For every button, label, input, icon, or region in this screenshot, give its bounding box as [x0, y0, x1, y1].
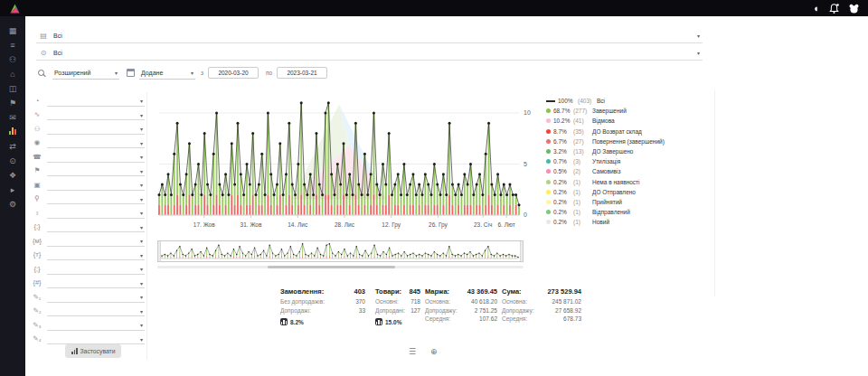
stat-title-label: Замовлення: [280, 287, 324, 296]
svg-text:17. Жов: 17. Жов [193, 221, 215, 228]
stats-icon[interactable] [0, 125, 25, 139]
integrations-icon[interactable]: ⇄ [0, 139, 25, 154]
filter-sidebar: ◔▾∿▾⚇▾◉▾☎▾⚑▾▣▾⚲▾♁▾{;}▾{м}▾{т}▾{;}▾{#}▾✎₁… [29, 92, 146, 344]
tag-filter-icon: ⚑ [31, 165, 43, 176]
legend-item[interactable]: 0.5%(2)Самовивіз [546, 166, 714, 176]
note-2-filter-select[interactable]: ▾ [47, 306, 145, 316]
video-icon[interactable]: ▸ [0, 183, 25, 197]
date-to-input[interactable]: 2023-03-21 [277, 67, 327, 79]
legend-item[interactable]: 3.2%(13)ДО Завершено [546, 146, 714, 156]
chart-scrollbar[interactable] [157, 266, 524, 268]
orders-chart-canvas[interactable]: 051017. Жов31. Жов14. Лис28. Лис12. Гру2… [157, 92, 537, 246]
apply-filters-button[interactable]: Застосувати [65, 344, 121, 358]
client-filter-icon: ◉ [31, 137, 43, 148]
tags-icon[interactable]: ⚑ [0, 96, 25, 110]
legend-item[interactable]: 0.2%(1)Новий [546, 217, 714, 227]
stat-row-value: 33 [359, 307, 365, 316]
date-field-select[interactable]: Додане ▾ [139, 67, 195, 80]
range-brush-chart[interactable] [157, 240, 524, 262]
products-icon[interactable]: ◫ [0, 81, 25, 96]
custom-field-1-filter-select[interactable]: ▾ [47, 222, 145, 232]
type-filter-select[interactable]: ⊙ Всі ▾ [36, 46, 703, 61]
stat-badge-value: 15.0% [385, 319, 401, 325]
legend-item[interactable]: 8.7%(35)ДО Возврат склад [546, 127, 714, 136]
legend-item[interactable]: 0.2%(1)Прийнятий [546, 197, 714, 207]
search-mode-select[interactable]: Розширений ▾ [52, 67, 119, 80]
stat-row-value: 40 618.20 [471, 298, 497, 307]
date-from-input[interactable]: 2020-03-20 [208, 67, 259, 79]
custom-field-5-filter: {#}▾ [29, 275, 146, 289]
legend-item[interactable]: 100%(403)Всі [546, 96, 714, 106]
client-filter-select[interactable]: ▾ [47, 138, 145, 148]
svg-text:6. Лют: 6. Лют [497, 221, 514, 228]
source-filter-select[interactable]: ▾ [47, 97, 145, 107]
legend-item[interactable]: 0.2%(1)Відправлений [546, 207, 714, 217]
legend-label: ДО Возврат склад [592, 128, 642, 135]
home-icon[interactable]: ⌂ [0, 67, 25, 81]
tag-filter-select[interactable]: ▾ [47, 166, 145, 176]
stat-title-value: 403 [354, 287, 365, 296]
custom-field-3-filter-select[interactable]: ▾ [47, 250, 145, 260]
stat-title-label: Сума: [502, 287, 522, 296]
chevron-down-icon: ▾ [140, 294, 143, 300]
map-view-icon[interactable]: ⊕ [430, 347, 438, 356]
stat-row-value: 2 751.25 [475, 307, 497, 316]
stat-column: Маржа:43 369.45Основна:40 618.20Допродаж… [425, 287, 497, 324]
info-icon[interactable]: ⊙ [0, 154, 25, 168]
managers-filter-select[interactable]: ▾ [47, 125, 145, 135]
stock-filter-select[interactable]: ▾ [47, 181, 145, 191]
note-1-filter: ✎₁▾ [29, 288, 146, 303]
location-filter-icon: ⚲ [31, 193, 43, 204]
stat-row-label: Допродані: [375, 307, 405, 316]
custom-field-5-filter-select[interactable]: ▾ [47, 278, 145, 288]
note-4-filter-select[interactable]: ▾ [47, 334, 145, 344]
legend-item[interactable]: 0.7%(3)Утилізація [546, 156, 714, 166]
chevron-down-icon: ▾ [140, 322, 143, 328]
view-toggles: ☰⊕ [409, 347, 438, 356]
mail-icon[interactable]: ✉ [0, 110, 25, 125]
custom-field-2-filter-select[interactable]: ▾ [47, 237, 145, 247]
note-1-filter-select[interactable]: ▾ [47, 293, 145, 303]
date-from-label: з [201, 70, 203, 76]
orders-icon[interactable]: ≡ [0, 38, 25, 52]
legend-item[interactable]: 0.2%(1)ДО Отправлено [546, 187, 714, 197]
settings-icon[interactable]: ⚙ [0, 197, 25, 212]
legend-item[interactable]: 0.2%(1)Нема в наявності [546, 177, 714, 187]
phone-filter-select[interactable]: ▾ [47, 153, 145, 163]
list-view-icon[interactable]: ☰ [409, 347, 416, 356]
notifications-icon[interactable] [828, 3, 840, 14]
status-filter-select[interactable]: ▤ Всі ▾ [36, 29, 703, 43]
location-filter-select[interactable]: ▾ [47, 194, 145, 204]
legend-item[interactable]: 68.7%(277)Завершений [546, 106, 714, 116]
scrollbar-handle[interactable] [268, 266, 396, 268]
custom-field-3-filter: {т}▾ [29, 247, 146, 261]
app-logo[interactable] [8, 3, 22, 14]
theme-toggle-icon[interactable]: ◐ [814, 3, 820, 14]
legend-dot-swatch [546, 159, 551, 164]
search-icon[interactable] [38, 70, 44, 76]
status-chart-filter-select[interactable]: ▾ [47, 110, 145, 120]
legend-count: (1) [573, 219, 590, 225]
chart-legend: 100%(403)Всі68.7%(277)Завершений10.2%(41… [546, 96, 714, 227]
legend-percent: 6.7% [553, 138, 571, 145]
assistant-icon[interactable] [848, 3, 860, 14]
svg-text:28. Лис: 28. Лис [335, 221, 355, 228]
apps-icon[interactable]: ❖ [0, 168, 25, 183]
stat-badge: 8.2% [280, 318, 365, 325]
note-3-filter-select[interactable]: ▾ [47, 321, 145, 331]
legend-percent: 100% [558, 98, 575, 104]
svg-text:5: 5 [524, 161, 527, 167]
stat-title: Сума:273 529.94 [502, 287, 581, 296]
custom-field-4-filter-select[interactable]: ▾ [47, 265, 145, 275]
legend-item[interactable]: 6.7%(27)Повернення (завершений) [546, 136, 714, 146]
dashboard-icon[interactable]: ▦ [0, 24, 25, 38]
svg-text:12. Гру: 12. Гру [382, 221, 401, 229]
svg-text:23. Січ: 23. Січ [474, 221, 492, 228]
legend-count: (35) [573, 128, 590, 135]
site-filter-select[interactable]: ▾ [47, 209, 145, 219]
clients-icon[interactable]: ⚇ [0, 52, 25, 67]
divider [714, 90, 715, 296]
legend-item[interactable]: 10.2%(41)Відмова [546, 116, 714, 126]
legend-percent: 0.2% [553, 219, 571, 225]
chevron-down-icon: ▾ [115, 70, 118, 76]
